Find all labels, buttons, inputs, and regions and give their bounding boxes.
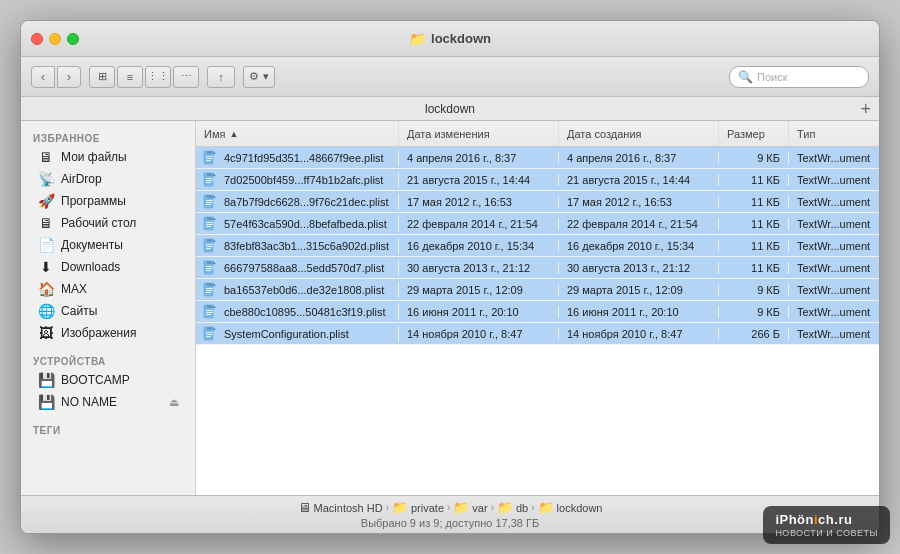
- back-button[interactable]: ‹: [31, 66, 55, 88]
- sidebar-section-favorites: Избранное: [21, 129, 195, 146]
- file-size-cell: 9 КБ: [719, 284, 789, 296]
- col-created-header[interactable]: Дата создания: [559, 121, 719, 146]
- table-row[interactable]: 83febf83ac3b1...315c6a902d.plist16 декаб…: [196, 235, 879, 257]
- myfiles-icon: 🖥: [37, 149, 55, 165]
- watermark: iPhönich.ru НОВОСТИ И СОВЕТЫ: [763, 506, 890, 544]
- svg-rect-27: [206, 244, 213, 245]
- cover-flow-button[interactable]: ⋯: [173, 66, 199, 88]
- table-row[interactable]: SystemConfiguration.plist14 ноября 2010 …: [196, 323, 879, 345]
- svg-rect-43: [207, 305, 212, 308]
- svg-rect-45: [206, 310, 213, 311]
- content-area: Избранное 🖥 Мои файлы 📡 AirDrop 🚀 Програ…: [21, 121, 879, 495]
- file-size-cell: 9 КБ: [719, 306, 789, 318]
- table-row[interactable]: 7d02500bf459...ff74b1b2afc.plist21 авгус…: [196, 169, 879, 191]
- svg-rect-9: [206, 178, 213, 179]
- list-view-button[interactable]: ≡: [117, 66, 143, 88]
- breadcrumb-sep: ›: [386, 502, 389, 513]
- close-button[interactable]: [31, 33, 43, 45]
- sidebar-item-noname[interactable]: 💾 NO NAME ⏏: [25, 391, 191, 413]
- file-created-cell: 30 августа 2013 г., 21:12: [559, 262, 719, 274]
- minimize-button[interactable]: [49, 33, 61, 45]
- svg-rect-46: [206, 312, 213, 313]
- file-modified-cell: 14 ноября 2010 г., 8:47: [399, 328, 559, 340]
- noname-icon: 💾: [37, 394, 55, 410]
- file-created-cell: 4 апреля 2016 г., 8:37: [559, 152, 719, 164]
- plist-icon: [202, 194, 218, 210]
- plist-icon: [202, 172, 218, 188]
- column-headers: Имя ▲ Дата изменения Дата создания Разме…: [196, 121, 879, 147]
- breadcrumb-db[interactable]: 📁 db: [497, 500, 528, 515]
- file-name-cell: ba16537eb0d6...de32e1808.plist: [196, 282, 399, 298]
- table-row[interactable]: 4c971fd95d351...48667f9ee.plist4 апреля …: [196, 147, 879, 169]
- sidebar-item-label: Сайты: [61, 304, 179, 318]
- maximize-button[interactable]: [67, 33, 79, 45]
- breadcrumb-lockdown[interactable]: 📁 lockdown: [538, 500, 603, 515]
- svg-rect-40: [206, 290, 213, 291]
- svg-rect-35: [206, 270, 211, 271]
- svg-rect-29: [206, 248, 211, 249]
- icon-view-button[interactable]: ⊞: [89, 66, 115, 88]
- sidebar-item-label: Downloads: [61, 260, 179, 274]
- file-modified-cell: 29 марта 2015 г., 12:09: [399, 284, 559, 296]
- column-view-button[interactable]: ⋮⋮: [145, 66, 171, 88]
- desktop-icon: 🖥: [37, 215, 55, 231]
- file-modified-cell: 30 августа 2013 г., 21:12: [399, 262, 559, 274]
- sidebar-item-airdrop[interactable]: 📡 AirDrop: [25, 168, 191, 190]
- table-row[interactable]: ba16537eb0d6...de32e1808.plist29 марта 2…: [196, 279, 879, 301]
- sidebar-item-max[interactable]: 🏠 MAX: [25, 278, 191, 300]
- sidebar-item-bootcamp[interactable]: 💾 BOOTCAMP: [25, 369, 191, 391]
- breadcrumb-private[interactable]: 📁 private: [392, 500, 444, 515]
- file-size-cell: 11 КБ: [719, 196, 789, 208]
- sidebar-item-sites[interactable]: 🌐 Сайты: [25, 300, 191, 322]
- table-row[interactable]: 57e4f63ca590d...8befafbeda.plist22 февра…: [196, 213, 879, 235]
- traffic-lights: [31, 33, 79, 45]
- col-size-header[interactable]: Размер: [719, 121, 789, 146]
- eject-icon[interactable]: ⏏: [169, 396, 179, 409]
- svg-rect-47: [206, 314, 211, 315]
- action-button[interactable]: ⚙ ▾: [243, 66, 275, 88]
- plist-icon: [202, 260, 218, 276]
- breadcrumb-macintosh[interactable]: 🖥 Macintosh HD: [298, 500, 383, 515]
- svg-rect-16: [206, 202, 213, 203]
- file-name-cell: SystemConfiguration.plist: [196, 326, 399, 342]
- window-title: 📁 lockdown: [409, 31, 491, 47]
- tab-title: lockdown: [425, 102, 475, 116]
- file-type-cell: TextWr...ument: [789, 174, 879, 186]
- forward-button[interactable]: ›: [57, 66, 81, 88]
- table-row[interactable]: 8a7b7f9dc6628...9f76c21dec.plist17 мая 2…: [196, 191, 879, 213]
- file-name: 8a7b7f9dc6628...9f76c21dec.plist: [224, 196, 389, 208]
- file-created-cell: 16 июня 2011 г., 20:10: [559, 306, 719, 318]
- svg-rect-52: [206, 334, 213, 335]
- share-button[interactable]: ↑: [207, 66, 235, 88]
- sidebar-item-documents[interactable]: 📄 Документы: [25, 234, 191, 256]
- file-modified-cell: 22 февраля 2014 г., 21:54: [399, 218, 559, 230]
- search-box[interactable]: 🔍 Поиск: [729, 66, 869, 88]
- sidebar-item-downloads[interactable]: ⬇ Downloads: [25, 256, 191, 278]
- breadcrumb-sep: ›: [447, 502, 450, 513]
- airdrop-icon: 📡: [37, 171, 55, 187]
- col-name-header[interactable]: Имя ▲: [196, 121, 399, 146]
- file-name-cell: 57e4f63ca590d...8befafbeda.plist: [196, 216, 399, 232]
- svg-rect-23: [206, 226, 211, 227]
- svg-rect-21: [206, 222, 213, 223]
- sidebar-item-myfiles[interactable]: 🖥 Мои файлы: [25, 146, 191, 168]
- file-created-cell: 14 ноября 2010 г., 8:47: [559, 328, 719, 340]
- sidebar-item-desktop[interactable]: 🖥 Рабочий стол: [25, 212, 191, 234]
- sidebar-item-images[interactable]: 🖼 Изображения: [25, 322, 191, 344]
- plist-icon: [202, 150, 218, 166]
- file-name-cell: 7d02500bf459...ff74b1b2afc.plist: [196, 172, 399, 188]
- breadcrumb-var[interactable]: 📁 var: [453, 500, 487, 515]
- breadcrumb-label: db: [516, 502, 528, 514]
- sidebar-item-apps[interactable]: 🚀 Программы: [25, 190, 191, 212]
- sites-icon: 🌐: [37, 303, 55, 319]
- file-type-cell: TextWr...ument: [789, 196, 879, 208]
- table-row[interactable]: 666797588аa8...5edd570d7.plist30 августа…: [196, 257, 879, 279]
- add-tab-button[interactable]: +: [860, 100, 871, 118]
- table-row[interactable]: cbe880c10895...50481c3f19.plist16 июня 2…: [196, 301, 879, 323]
- view-buttons: ⊞ ≡ ⋮⋮ ⋯: [89, 66, 199, 88]
- col-modified-header[interactable]: Дата изменения: [399, 121, 559, 146]
- file-size-cell: 9 КБ: [719, 152, 789, 164]
- col-type-header[interactable]: Тип: [789, 121, 879, 146]
- sidebar-item-label: MAX: [61, 282, 179, 296]
- svg-rect-28: [206, 246, 213, 247]
